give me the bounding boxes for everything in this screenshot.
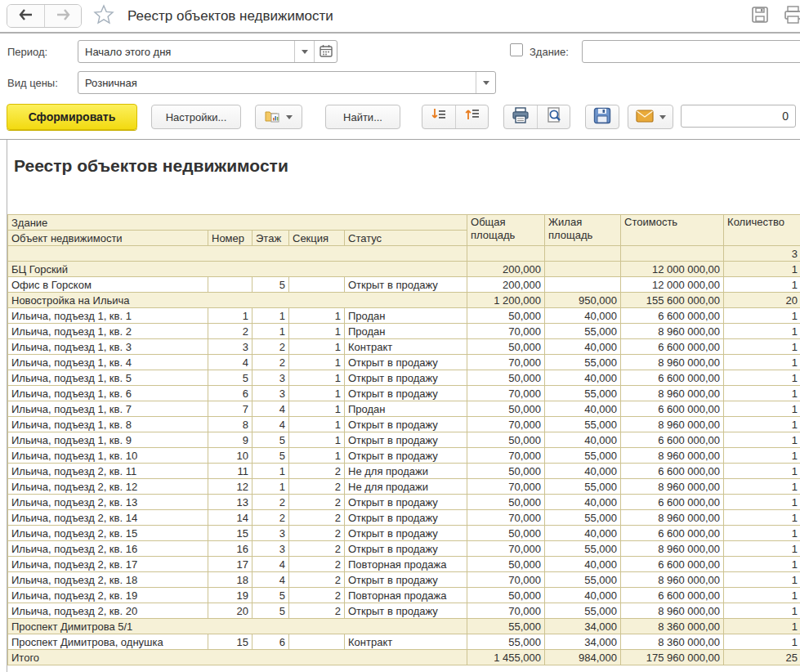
cell-total-area[interactable]: 50,000 [467,464,545,479]
building-checkbox[interactable] [510,43,523,56]
send-mail-button[interactable] [628,105,673,129]
cell-cost[interactable]: 8 960 000,00 [621,324,724,339]
cell-floor[interactable]: 1 [253,324,289,339]
cell-section[interactable]: 2 [289,479,345,495]
cell-floor[interactable]: 4 [253,572,289,588]
cell-total-area[interactable]: 50,000 [467,495,545,510]
cell-living-area[interactable]: 34,000 [545,619,621,634]
cell-object[interactable]: Ильича, подъезд 2, кв. 18 [8,572,208,588]
cell-cost[interactable]: 6 600 000,00 [621,557,724,572]
cell-cost[interactable]: 6 600 000,00 [621,495,724,510]
cell-status[interactable]: Открыт в продажу [345,386,467,401]
cell-living-area[interactable]: 55,000 [545,324,621,339]
cell-living-area[interactable]: 40,000 [545,464,621,479]
cell-number[interactable]: 12 [208,479,253,495]
cell-quantity[interactable]: 1 [724,541,800,557]
cell-floor[interactable]: 3 [253,526,289,541]
cell-quantity[interactable]: 1 [724,355,800,370]
cell-floor[interactable]: 5 [253,603,289,619]
cell-section[interactable]: 2 [289,526,345,541]
cell-floor[interactable]: 3 [253,541,289,557]
cell-group-name[interactable] [8,246,467,262]
cell-object[interactable]: Ильича, подъезд 2, кв. 19 [8,588,208,603]
cell-floor[interactable]: 2 [253,355,289,370]
cell-cost[interactable]: 6 600 000,00 [621,308,724,324]
cell-cost[interactable]: 8 960 000,00 [621,603,724,619]
print-header-button[interactable] [784,6,800,27]
cell-object[interactable]: Ильича, подъезд 1, кв. 7 [8,401,208,417]
report-variants-button[interactable] [255,105,302,129]
cell-section[interactable]: 1 [289,432,345,448]
cell-status[interactable]: Продан [345,308,467,324]
cell-group-name[interactable]: Проспект Димитрова 5/1 [8,619,467,634]
cell-total-area[interactable]: 50,000 [467,557,545,572]
cell-status[interactable]: Не для продажи [345,464,467,479]
cell-object[interactable]: Ильича, подъезд 1, кв. 3 [8,339,208,355]
cell-number[interactable]: 1 [208,308,253,324]
cell-quantity[interactable]: 1 [724,526,800,541]
cell-status[interactable]: Открыт в продажу [345,510,467,526]
cell-floor[interactable]: 2 [253,510,289,526]
period-dropdown-button[interactable] [294,41,314,62]
cell-number[interactable]: 4 [208,355,253,370]
cell-quantity[interactable]: 1 [724,603,800,619]
cell-status[interactable]: Открыт в продажу [345,355,467,370]
cell-quantity[interactable]: 1 [724,401,800,417]
cell-section[interactable]: 2 [289,588,345,603]
cell-quantity[interactable]: 1 [724,448,800,464]
cell-number[interactable]: 19 [208,588,253,603]
cell-total-area[interactable]: 70,000 [467,448,545,464]
cell-section[interactable] [289,277,345,293]
favorite-button[interactable] [93,4,114,28]
cell-object[interactable]: Офис в Горском [8,277,208,293]
cell-quantity[interactable]: 1 [724,308,800,324]
expand-groups-button[interactable] [422,105,455,128]
cell-number[interactable]: 17 [208,557,253,572]
cell-cost[interactable]: 6 600 000,00 [621,526,724,541]
cell-quantity[interactable]: 1 [724,479,800,495]
cell-cost[interactable]: 12 000 000,00 [621,277,724,293]
cell-floor[interactable]: 5 [253,432,289,448]
cell-status[interactable]: Продан [345,401,467,417]
cell-quantity[interactable]: 1 [724,277,800,293]
cell-status[interactable]: Открыт в продажу [345,417,467,432]
cell-total-area[interactable]: 50,000 [467,588,545,603]
cell-number[interactable]: 20 [208,603,253,619]
cell-status[interactable]: Не для продажи [345,479,467,495]
cell-cost[interactable]: 8 960 000,00 [621,417,724,432]
cell-living-area[interactable]: 40,000 [545,339,621,355]
cell-number[interactable]: 15 [208,526,253,541]
cell-section[interactable]: 2 [289,603,345,619]
cell-cost[interactable]: 6 600 000,00 [621,370,724,386]
cell-cost[interactable]: 6 600 000,00 [621,401,724,417]
cell-section[interactable]: 1 [289,355,345,370]
cell-object[interactable]: Ильича, подъезд 2, кв. 11 [8,464,208,479]
cell-object[interactable]: Ильича, подъезд 2, кв. 13 [8,495,208,510]
cell-number[interactable]: 14 [208,510,253,526]
cell-floor[interactable]: 3 [253,370,289,386]
cell-total-area[interactable]: 200,000 [467,262,545,277]
cell-object[interactable]: Ильича, подъезд 1, кв. 8 [8,417,208,432]
cell-status[interactable]: Повторная продажа [345,588,467,603]
cell-status[interactable]: Открыт в продажу [345,541,467,557]
cell-living-area[interactable]: 55,000 [545,541,621,557]
cell-section[interactable]: 1 [289,386,345,401]
cell-status[interactable]: Открыт в продажу [345,603,467,619]
cell-number[interactable]: 18 [208,572,253,588]
save-report-button[interactable] [751,6,769,27]
cell-number[interactable]: 2 [208,324,253,339]
cell-total-area[interactable]: 50,000 [467,432,545,448]
cell-floor[interactable]: 5 [253,448,289,464]
cell-cost[interactable]: 12 000 000,00 [621,262,724,277]
generate-button[interactable]: Сформировать [7,104,137,130]
cell-floor[interactable]: 2 [253,339,289,355]
cell-status[interactable]: Открыт в продажу [345,370,467,386]
cell-number[interactable]: 15 [208,634,253,650]
cell-total-area[interactable]: 70,000 [467,479,545,495]
cell-total-area[interactable]: 50,000 [467,308,545,324]
cell-floor[interactable]: 2 [253,495,289,510]
cell-object[interactable]: Ильича, подъезд 2, кв. 20 [8,603,208,619]
cell-group-name[interactable]: Итого [8,650,467,665]
cell-status[interactable]: Повторная продажа [345,557,467,572]
cell-cost[interactable]: 8 960 000,00 [621,541,724,557]
